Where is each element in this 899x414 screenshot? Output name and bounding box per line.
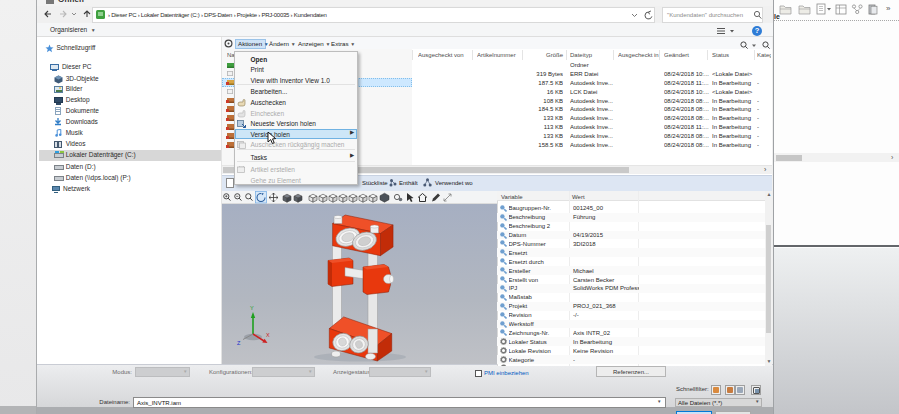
svg-text:X: X bbox=[266, 332, 270, 338]
svg-text:Z: Z bbox=[237, 340, 241, 346]
svg-text:Y: Y bbox=[250, 305, 254, 311]
